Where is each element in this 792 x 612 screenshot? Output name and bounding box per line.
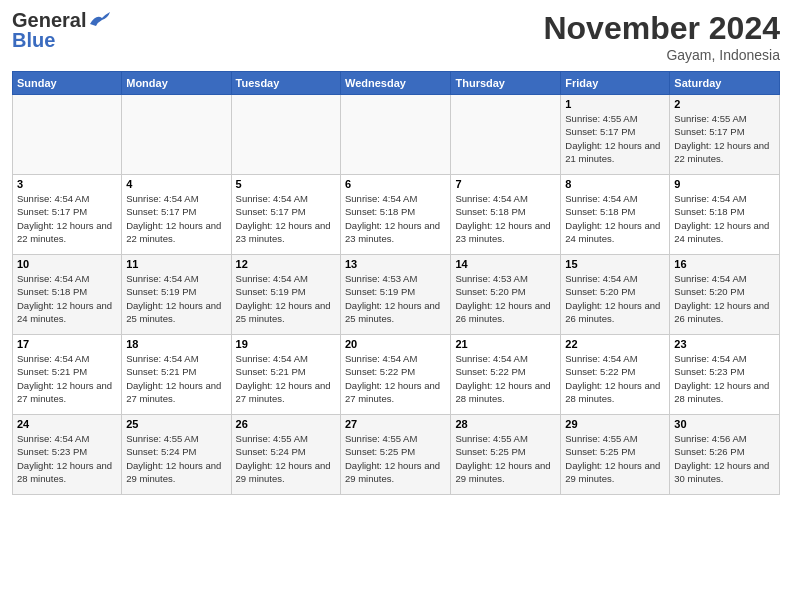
calendar-cell: 6Sunrise: 4:54 AMSunset: 5:18 PMDaylight… bbox=[341, 175, 451, 255]
day-info: Sunrise: 4:54 AMSunset: 5:22 PMDaylight:… bbox=[345, 352, 446, 405]
day-number: 17 bbox=[17, 338, 117, 350]
day-info: Sunrise: 4:54 AMSunset: 5:20 PMDaylight:… bbox=[674, 272, 775, 325]
day-number: 1 bbox=[565, 98, 665, 110]
day-number: 7 bbox=[455, 178, 556, 190]
day-number: 5 bbox=[236, 178, 336, 190]
day-number: 9 bbox=[674, 178, 775, 190]
day-info: Sunrise: 4:54 AMSunset: 5:19 PMDaylight:… bbox=[126, 272, 226, 325]
logo-general-text: General bbox=[12, 10, 86, 30]
col-friday: Friday bbox=[561, 72, 670, 95]
day-number: 3 bbox=[17, 178, 117, 190]
calendar-cell: 20Sunrise: 4:54 AMSunset: 5:22 PMDayligh… bbox=[341, 335, 451, 415]
calendar-cell bbox=[451, 95, 561, 175]
calendar-cell bbox=[13, 95, 122, 175]
day-info: Sunrise: 4:53 AMSunset: 5:19 PMDaylight:… bbox=[345, 272, 446, 325]
calendar-cell: 12Sunrise: 4:54 AMSunset: 5:19 PMDayligh… bbox=[231, 255, 340, 335]
col-saturday: Saturday bbox=[670, 72, 780, 95]
calendar-week-3: 10Sunrise: 4:54 AMSunset: 5:18 PMDayligh… bbox=[13, 255, 780, 335]
day-info: Sunrise: 4:54 AMSunset: 5:21 PMDaylight:… bbox=[17, 352, 117, 405]
day-number: 19 bbox=[236, 338, 336, 350]
day-info: Sunrise: 4:54 AMSunset: 5:20 PMDaylight:… bbox=[565, 272, 665, 325]
day-info: Sunrise: 4:54 AMSunset: 5:22 PMDaylight:… bbox=[455, 352, 556, 405]
calendar-week-5: 24Sunrise: 4:54 AMSunset: 5:23 PMDayligh… bbox=[13, 415, 780, 495]
calendar-cell: 28Sunrise: 4:55 AMSunset: 5:25 PMDayligh… bbox=[451, 415, 561, 495]
day-info: Sunrise: 4:54 AMSunset: 5:17 PMDaylight:… bbox=[236, 192, 336, 245]
calendar: Sunday Monday Tuesday Wednesday Thursday… bbox=[12, 71, 780, 495]
col-wednesday: Wednesday bbox=[341, 72, 451, 95]
day-info: Sunrise: 4:55 AMSunset: 5:24 PMDaylight:… bbox=[126, 432, 226, 485]
calendar-cell bbox=[122, 95, 231, 175]
day-info: Sunrise: 4:56 AMSunset: 5:26 PMDaylight:… bbox=[674, 432, 775, 485]
day-number: 20 bbox=[345, 338, 446, 350]
calendar-cell: 7Sunrise: 4:54 AMSunset: 5:18 PMDaylight… bbox=[451, 175, 561, 255]
day-number: 4 bbox=[126, 178, 226, 190]
day-number: 15 bbox=[565, 258, 665, 270]
day-info: Sunrise: 4:55 AMSunset: 5:25 PMDaylight:… bbox=[455, 432, 556, 485]
calendar-cell: 26Sunrise: 4:55 AMSunset: 5:24 PMDayligh… bbox=[231, 415, 340, 495]
calendar-cell: 18Sunrise: 4:54 AMSunset: 5:21 PMDayligh… bbox=[122, 335, 231, 415]
day-number: 22 bbox=[565, 338, 665, 350]
col-tuesday: Tuesday bbox=[231, 72, 340, 95]
day-info: Sunrise: 4:54 AMSunset: 5:21 PMDaylight:… bbox=[126, 352, 226, 405]
day-info: Sunrise: 4:54 AMSunset: 5:22 PMDaylight:… bbox=[565, 352, 665, 405]
calendar-cell: 11Sunrise: 4:54 AMSunset: 5:19 PMDayligh… bbox=[122, 255, 231, 335]
col-sunday: Sunday bbox=[13, 72, 122, 95]
day-info: Sunrise: 4:54 AMSunset: 5:18 PMDaylight:… bbox=[455, 192, 556, 245]
day-number: 30 bbox=[674, 418, 775, 430]
day-number: 23 bbox=[674, 338, 775, 350]
calendar-body: 1Sunrise: 4:55 AMSunset: 5:17 PMDaylight… bbox=[13, 95, 780, 495]
day-number: 13 bbox=[345, 258, 446, 270]
day-info: Sunrise: 4:54 AMSunset: 5:18 PMDaylight:… bbox=[674, 192, 775, 245]
calendar-week-4: 17Sunrise: 4:54 AMSunset: 5:21 PMDayligh… bbox=[13, 335, 780, 415]
day-info: Sunrise: 4:55 AMSunset: 5:17 PMDaylight:… bbox=[674, 112, 775, 165]
month-title: November 2024 bbox=[543, 10, 780, 47]
day-number: 21 bbox=[455, 338, 556, 350]
page: General Blue November 2024 Gayam, Indone… bbox=[0, 0, 792, 612]
day-number: 11 bbox=[126, 258, 226, 270]
day-number: 12 bbox=[236, 258, 336, 270]
calendar-header-row: Sunday Monday Tuesday Wednesday Thursday… bbox=[13, 72, 780, 95]
calendar-cell: 25Sunrise: 4:55 AMSunset: 5:24 PMDayligh… bbox=[122, 415, 231, 495]
header: General Blue November 2024 Gayam, Indone… bbox=[12, 10, 780, 63]
day-info: Sunrise: 4:55 AMSunset: 5:17 PMDaylight:… bbox=[565, 112, 665, 165]
day-number: 29 bbox=[565, 418, 665, 430]
day-info: Sunrise: 4:54 AMSunset: 5:23 PMDaylight:… bbox=[17, 432, 117, 485]
day-info: Sunrise: 4:54 AMSunset: 5:23 PMDaylight:… bbox=[674, 352, 775, 405]
col-thursday: Thursday bbox=[451, 72, 561, 95]
day-info: Sunrise: 4:53 AMSunset: 5:20 PMDaylight:… bbox=[455, 272, 556, 325]
calendar-cell: 17Sunrise: 4:54 AMSunset: 5:21 PMDayligh… bbox=[13, 335, 122, 415]
calendar-cell: 19Sunrise: 4:54 AMSunset: 5:21 PMDayligh… bbox=[231, 335, 340, 415]
calendar-cell: 8Sunrise: 4:54 AMSunset: 5:18 PMDaylight… bbox=[561, 175, 670, 255]
day-info: Sunrise: 4:54 AMSunset: 5:18 PMDaylight:… bbox=[17, 272, 117, 325]
calendar-cell: 4Sunrise: 4:54 AMSunset: 5:17 PMDaylight… bbox=[122, 175, 231, 255]
day-info: Sunrise: 4:54 AMSunset: 5:18 PMDaylight:… bbox=[345, 192, 446, 245]
calendar-cell bbox=[341, 95, 451, 175]
day-number: 10 bbox=[17, 258, 117, 270]
day-number: 14 bbox=[455, 258, 556, 270]
day-info: Sunrise: 4:54 AMSunset: 5:21 PMDaylight:… bbox=[236, 352, 336, 405]
calendar-cell: 23Sunrise: 4:54 AMSunset: 5:23 PMDayligh… bbox=[670, 335, 780, 415]
calendar-cell: 22Sunrise: 4:54 AMSunset: 5:22 PMDayligh… bbox=[561, 335, 670, 415]
day-number: 18 bbox=[126, 338, 226, 350]
day-info: Sunrise: 4:55 AMSunset: 5:25 PMDaylight:… bbox=[345, 432, 446, 485]
col-monday: Monday bbox=[122, 72, 231, 95]
day-number: 6 bbox=[345, 178, 446, 190]
day-info: Sunrise: 4:54 AMSunset: 5:17 PMDaylight:… bbox=[17, 192, 117, 245]
day-number: 25 bbox=[126, 418, 226, 430]
day-number: 24 bbox=[17, 418, 117, 430]
calendar-cell: 14Sunrise: 4:53 AMSunset: 5:20 PMDayligh… bbox=[451, 255, 561, 335]
title-section: November 2024 Gayam, Indonesia bbox=[543, 10, 780, 63]
calendar-cell: 15Sunrise: 4:54 AMSunset: 5:20 PMDayligh… bbox=[561, 255, 670, 335]
day-number: 16 bbox=[674, 258, 775, 270]
day-info: Sunrise: 4:55 AMSunset: 5:24 PMDaylight:… bbox=[236, 432, 336, 485]
logo-bird-icon bbox=[88, 12, 110, 28]
day-number: 26 bbox=[236, 418, 336, 430]
calendar-cell: 27Sunrise: 4:55 AMSunset: 5:25 PMDayligh… bbox=[341, 415, 451, 495]
logo: General Blue bbox=[12, 10, 110, 51]
calendar-cell: 9Sunrise: 4:54 AMSunset: 5:18 PMDaylight… bbox=[670, 175, 780, 255]
calendar-cell: 30Sunrise: 4:56 AMSunset: 5:26 PMDayligh… bbox=[670, 415, 780, 495]
day-info: Sunrise: 4:54 AMSunset: 5:19 PMDaylight:… bbox=[236, 272, 336, 325]
day-number: 2 bbox=[674, 98, 775, 110]
calendar-cell bbox=[231, 95, 340, 175]
day-info: Sunrise: 4:54 AMSunset: 5:18 PMDaylight:… bbox=[565, 192, 665, 245]
